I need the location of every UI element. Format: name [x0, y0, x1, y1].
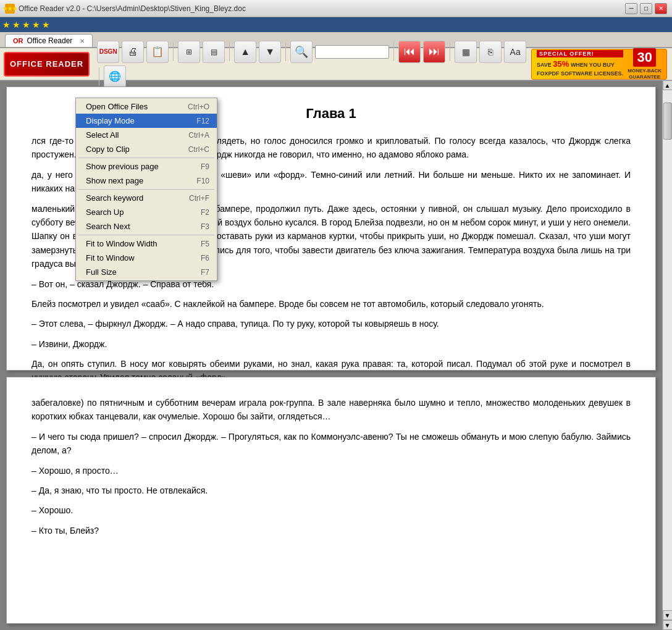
menu-item-shortcut: Ctrl+C [188, 145, 209, 154]
menu-item-shortcut: F12 [196, 117, 209, 125]
menu-search-next[interactable]: Search Next F3 [76, 219, 217, 233]
tab-label: Office Reader [27, 36, 73, 45]
scroll-down-arrow[interactable]: ▼ [663, 610, 673, 620]
para-dialog-3: – Извини, Джордж. [32, 337, 631, 351]
ad-banner: SPECIAL OFFER! SAVE 35% WHEN YOU BUYFOXP… [531, 49, 667, 80]
menu-fit-window[interactable]: Fit to Window F6 [76, 251, 217, 265]
menu-copy-to-clip[interactable]: Copy to Clip Ctrl+C [76, 142, 217, 156]
document-page-2: забегаловке) по пятничным и субботним ве… [6, 377, 656, 624]
menu-search-keyword[interactable]: Search keyword Ctrl+F [76, 191, 217, 205]
toolbar-separator-4 [393, 43, 394, 61]
p2-para-5: – Хорошо. [32, 503, 631, 517]
tab-close-icon[interactable]: ✕ [80, 38, 85, 44]
tab-icon: OR [13, 37, 23, 44]
next-page-button[interactable]: ▼ [259, 41, 281, 63]
menu-search-up[interactable]: Search Up F2 [76, 205, 217, 219]
stop-button[interactable]: ⏮ [398, 41, 421, 63]
toolbar-separator-1 [173, 43, 174, 61]
para-4: Блейз посмотрел и увидел «сааб». С накле… [32, 297, 631, 311]
window-title: Office Reader v2.0 - C:\Users\Admin\Desk… [19, 4, 246, 13]
top-decoration-bar: ★ ★ ★ ★ ★ [0, 17, 672, 32]
context-menu: Open Office Files Ctrl+O Display Mode F1… [75, 98, 217, 281]
vertical-scrollbar[interactable]: ▲ ▼ ▼ [662, 80, 672, 630]
menu-separator-1 [78, 158, 214, 158]
toolbar-separator-3 [285, 43, 286, 61]
menu-full-size[interactable]: Full Size F7 [76, 265, 217, 279]
scroll-up-arrow[interactable]: ▲ [663, 80, 673, 90]
star-3: ★ [22, 20, 30, 30]
menu-item-label: Search Up [86, 208, 124, 217]
menu-item-shortcut: F5 [201, 240, 209, 248]
zoom-button[interactable]: 🔍 [290, 41, 313, 63]
title-bar: ★★★ Office Reader v2.0 - C:\Users\Admin\… [0, 0, 672, 17]
menu-show-next-page[interactable]: Show next page F10 [76, 174, 217, 188]
text-button[interactable]: Aa [504, 41, 526, 63]
menu-item-label: Search Next [86, 222, 130, 231]
menu-item-label: Select All [86, 130, 119, 140]
p2-para-2: – И чего ты сюда пришел? – спросил Джорд… [32, 430, 631, 458]
app-logo: OFFICE READER [4, 52, 90, 77]
menu-item-shortcut: F6 [201, 254, 209, 262]
menu-item-label: Display Mode [86, 116, 135, 125]
menu-item-shortcut: Ctrl+O [188, 103, 209, 111]
menu-item-label: Full Size [86, 267, 117, 277]
menu-item-shortcut: F2 [201, 208, 209, 217]
menu-open-office-files[interactable]: Open Office Files Ctrl+O [76, 99, 217, 114]
close-button[interactable]: ✕ [655, 3, 667, 14]
scroll-bottom-arrow[interactable]: ▼ [663, 620, 673, 630]
menu-item-label: Open Office Files [86, 102, 148, 111]
menu-item-shortcut: Ctrl+F [189, 194, 209, 203]
grid-button[interactable]: ▦ [455, 41, 477, 63]
minimize-button[interactable]: ─ [625, 3, 637, 14]
prev-page-button[interactable]: ▲ [234, 41, 256, 63]
menu-item-shortcut: F7 [201, 268, 209, 277]
scroll-track[interactable] [663, 90, 672, 610]
p2-para-6: – Кто ты, Блейз? [32, 524, 631, 537]
toolbar-separator-2 [229, 43, 230, 61]
p2-para-1: забегаловке) по пятничным и субботним ве… [32, 396, 631, 424]
para-dialog-2: – Этот слева, – фыркнул Джордж. – А надо… [32, 317, 631, 330]
menu-item-label: Fit to Window [86, 253, 135, 262]
menu-item-shortcut: F9 [201, 162, 209, 171]
title-left: ★★★ Office Reader v2.0 - C:\Users\Admin\… [5, 4, 246, 14]
menu-select-all[interactable]: Select All Ctrl+A [76, 128, 217, 142]
menu-item-label: Search keyword [86, 193, 143, 203]
star-1: ★ [2, 20, 10, 30]
menu-display-mode[interactable]: Display Mode F12 [76, 114, 217, 128]
menu-show-prev-page[interactable]: Show previous page F9 [76, 159, 217, 174]
menu-item-label: Show previous page [86, 162, 159, 171]
star-4: ★ [32, 20, 40, 30]
menu-item-label: Fit to Window Width [86, 239, 158, 248]
page-layout-button[interactable]: ⊞ [178, 41, 200, 63]
scroll-thumb[interactable] [663, 103, 672, 140]
menu-separator-2 [78, 189, 214, 190]
window-controls[interactable]: ─ □ ✕ [625, 3, 667, 14]
ad-badge: SPECIAL OFFER! [537, 50, 623, 57]
design-button[interactable]: DSGN [97, 41, 119, 63]
page-view-button[interactable]: ▤ [203, 41, 225, 63]
p2-para-4: – Да, я знаю, что ты просто. Не отвлекай… [32, 484, 631, 497]
toolbar-separator-5 [450, 43, 450, 61]
tab-office-reader[interactable]: OR Office Reader ✕ [5, 34, 93, 47]
print-button[interactable]: 🖨 [122, 41, 144, 63]
app-icon: ★★★ [5, 4, 15, 14]
menu-fit-window-width[interactable]: Fit to Window Width F5 [76, 237, 217, 251]
menu-separator-3 [78, 235, 214, 235]
play-button[interactable]: ⏭ [423, 41, 445, 63]
ad-text: SAVE 35% WHEN YOU BUYFOXPDF SOFTWARE LIC… [537, 59, 623, 78]
copy-button[interactable]: 📋 [146, 41, 169, 63]
main-toolbar: OFFICE READER DSGN 🖨 📋 ⊞ ▤ ▲ ▼ 🔍 ⏮ ⏭ ▦ ⎘… [0, 48, 672, 80]
search-input[interactable] [315, 45, 389, 59]
maximize-button[interactable]: □ [640, 3, 652, 14]
copy2-button[interactable]: ⎘ [479, 41, 502, 63]
ad-days: 30 [633, 48, 655, 67]
p2-para-3: – Хорошо, я просто… [32, 464, 631, 477]
menu-item-shortcut: F3 [201, 222, 209, 231]
star-2: ★ [12, 20, 20, 30]
ad-days-label: MONEY-BACKGUARANTEE [628, 68, 662, 80]
menu-item-label: Show next page [86, 176, 143, 185]
menu-item-shortcut: Ctrl+A [188, 131, 209, 140]
star-5: ★ [42, 20, 50, 30]
menu-item-shortcut: F10 [196, 177, 209, 185]
menu-item-label: Copy to Clip [86, 145, 130, 154]
